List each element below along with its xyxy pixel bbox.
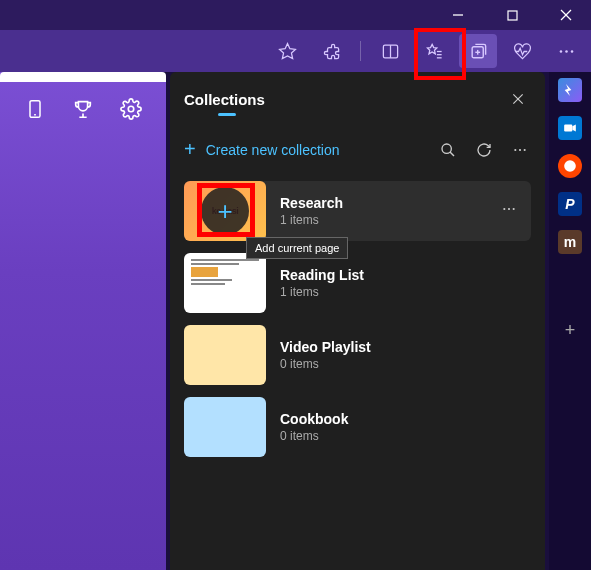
svg-point-22 (442, 144, 451, 153)
letter-m-icon: m (564, 234, 576, 250)
plus-icon: + (217, 196, 232, 227)
close-icon (511, 92, 525, 106)
reddit-sidebar-button[interactable] (558, 154, 582, 178)
camera-sidebar-button[interactable] (558, 116, 582, 140)
svg-point-24 (514, 148, 516, 150)
search-collections-button[interactable] (437, 139, 459, 161)
trophy-icon (72, 98, 94, 120)
svg-point-27 (503, 208, 505, 210)
copilot-icon (562, 82, 578, 98)
collection-title: Video Playlist (280, 339, 371, 355)
star-list-icon (425, 42, 444, 61)
panel-close-button[interactable] (505, 86, 531, 112)
collection-thumbnail (184, 253, 266, 313)
app-m-sidebar-button[interactable]: m (558, 230, 582, 254)
ellipsis-icon (501, 201, 517, 217)
collection-count: 0 items (280, 429, 348, 443)
svg-point-29 (513, 208, 515, 210)
page-background (0, 72, 166, 570)
create-collection-button[interactable]: + Create new collection (184, 138, 340, 161)
plus-icon: + (565, 320, 576, 341)
refresh-icon (476, 142, 492, 158)
split-screen-button[interactable] (371, 34, 409, 68)
svg-marker-31 (572, 125, 576, 132)
paypal-sidebar-button[interactable]: P (558, 192, 582, 216)
favorite-button[interactable] (268, 34, 306, 68)
collection-item-research[interactable]: ke easi + Research 1 items Add current p… (184, 181, 531, 241)
collections-list: ke easi + Research 1 items Add current p… (170, 175, 545, 463)
page-tab-strip (0, 72, 166, 82)
svg-marker-4 (279, 43, 295, 58)
collections-panel: Collections + Create new collection (170, 72, 545, 570)
add-current-page-button[interactable]: + (201, 187, 249, 235)
ellipsis-icon (557, 42, 576, 61)
collections-button[interactable] (459, 34, 497, 68)
collection-thumbnail: ke easi + (184, 181, 266, 241)
create-collection-label: Create new collection (206, 142, 340, 158)
collections-more-button[interactable] (509, 139, 531, 161)
panel-title: Collections (184, 91, 265, 108)
settings-icon-button[interactable] (118, 96, 144, 122)
toolbar-divider (360, 41, 361, 61)
minimize-icon (452, 9, 464, 21)
window-maximize-button[interactable] (495, 0, 529, 30)
svg-point-25 (519, 148, 521, 150)
svg-point-16 (570, 50, 573, 53)
svg-point-19 (128, 106, 134, 112)
close-icon (560, 9, 572, 21)
svg-marker-7 (427, 44, 437, 54)
puzzle-icon (322, 42, 341, 61)
reddit-icon (563, 159, 577, 173)
rewards-icon-button[interactable] (70, 96, 96, 122)
collection-title: Reading List (280, 267, 364, 283)
svg-rect-30 (564, 125, 572, 132)
gear-icon (120, 98, 142, 120)
performance-button[interactable] (503, 34, 541, 68)
window-close-button[interactable] (549, 0, 583, 30)
window-titlebar (0, 0, 591, 30)
extensions-button[interactable] (312, 34, 350, 68)
collection-title: Cookbook (280, 411, 348, 427)
star-icon (278, 42, 297, 61)
paypal-icon: P (565, 196, 574, 212)
add-page-tooltip: Add current page (246, 237, 348, 259)
svg-point-32 (564, 160, 576, 172)
svg-rect-1 (508, 11, 517, 20)
split-icon (381, 42, 400, 61)
svg-point-14 (559, 50, 562, 53)
browser-right-sidebar: P m + (549, 72, 591, 570)
maximize-icon (507, 10, 518, 21)
heart-pulse-icon (513, 42, 532, 61)
ellipsis-icon (512, 142, 528, 158)
more-button[interactable] (547, 34, 585, 68)
favorites-list-button[interactable] (415, 34, 453, 68)
phone-icon (25, 98, 45, 120)
collection-item-video-playlist[interactable]: Video Playlist 0 items (184, 325, 531, 385)
collection-item-reading-list[interactable]: Reading List 1 items (184, 253, 531, 313)
search-icon (440, 142, 456, 158)
copilot-sidebar-button[interactable] (558, 78, 582, 102)
collection-title: Research (280, 195, 343, 211)
collection-item-more-button[interactable] (497, 197, 521, 225)
plus-icon: + (184, 138, 196, 161)
svg-line-23 (450, 152, 454, 156)
svg-point-26 (524, 148, 526, 150)
collection-count: 0 items (280, 357, 371, 371)
add-sidebar-item-button[interactable]: + (558, 318, 582, 342)
window-minimize-button[interactable] (441, 0, 475, 30)
browser-toolbar (0, 30, 591, 72)
collection-count: 1 items (280, 285, 364, 299)
svg-point-15 (565, 50, 568, 53)
device-icon-button[interactable] (22, 96, 48, 122)
video-icon (563, 121, 577, 135)
collection-item-cookbook[interactable]: Cookbook 0 items (184, 397, 531, 457)
svg-point-28 (508, 208, 510, 210)
collection-thumbnail (184, 325, 266, 385)
collection-count: 1 items (280, 213, 343, 227)
collection-thumbnail (184, 397, 266, 457)
refresh-collections-button[interactable] (473, 139, 495, 161)
collections-icon (469, 42, 488, 61)
